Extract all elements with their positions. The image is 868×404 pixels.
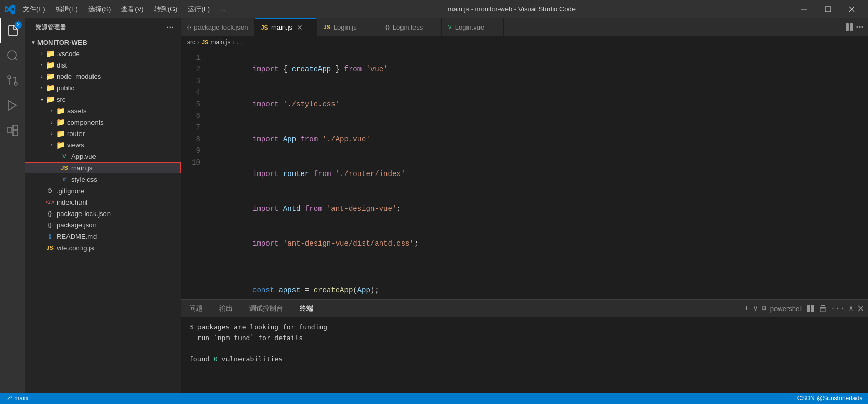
tree-item-gitignore[interactable]: › ⊙ .gitignore xyxy=(25,185,181,196)
tree-item-router[interactable]: › 📁 router xyxy=(25,128,181,139)
panel-tab-label: 调试控制台 xyxy=(249,304,283,313)
svg-rect-1 xyxy=(825,7,831,12)
svg-rect-11 xyxy=(13,125,18,130)
menu-view[interactable]: 查看(V) xyxy=(116,3,149,16)
tab-login-vue[interactable]: V Login.vue xyxy=(442,18,504,36)
js-file-icon: JS xyxy=(46,244,54,252)
tab-close-button[interactable]: ✕ xyxy=(296,23,304,32)
panel-tab-problems[interactable]: 问题 xyxy=(181,300,211,317)
terminal-content[interactable]: 3 packages are looking for funding run `… xyxy=(181,318,868,393)
terminal-line-3 xyxy=(189,344,860,355)
more-actions-icon[interactable] xyxy=(856,23,864,31)
tab-label: Login.less xyxy=(393,23,423,31)
tab-package-lock[interactable]: {} package-lock.json xyxy=(181,18,255,36)
tree-item-vscode[interactable]: › 📁 .vscode xyxy=(25,48,181,59)
editor-area: {} package-lock.json JS main.js ✕ JS Log… xyxy=(181,18,868,393)
tree-item-public[interactable]: › 📁 public xyxy=(25,82,181,93)
activity-explorer-icon[interactable]: 2 xyxy=(0,18,25,43)
code-line-7 xyxy=(207,261,868,273)
activity-search-icon[interactable] xyxy=(0,43,25,68)
tree-item-label: src xyxy=(57,96,65,103)
svg-rect-13 xyxy=(846,23,849,31)
code-editor[interactable]: 1 2 3 4 5 6 7 8 9 10 import { createApp … xyxy=(181,48,868,299)
git-branch-icon[interactable]: ⎇ main xyxy=(5,395,28,402)
svg-rect-12 xyxy=(13,131,18,136)
tree-item-main-js[interactable]: › JS main.js xyxy=(25,162,181,173)
tab-icon: {} xyxy=(187,24,191,30)
tree-item-label: package-lock.json xyxy=(57,210,111,218)
tree-item-app-vue[interactable]: › V App.vue xyxy=(25,151,181,162)
panel-add-icon[interactable]: + xyxy=(744,304,749,313)
menu-more[interactable]: ... xyxy=(215,3,231,15)
notification-badge: 2 xyxy=(15,21,22,29)
activity-extensions-icon[interactable] xyxy=(0,118,25,143)
tree-item-components[interactable]: › 📁 components xyxy=(25,116,181,128)
tree-item-readme[interactable]: › ℹ README.md xyxy=(25,231,181,242)
folder-icon: 📁 xyxy=(56,129,64,138)
spacer-icon: › xyxy=(52,175,60,183)
panel-tab-label: 问题 xyxy=(189,304,203,313)
spacer-icon: › xyxy=(37,186,46,195)
panel-tab-terminal[interactable]: 终端 xyxy=(291,300,322,317)
tab-login-js[interactable]: JS Login.js xyxy=(317,18,379,36)
window-restore-button[interactable] xyxy=(816,0,840,18)
code-line-2: import './style.css' xyxy=(207,87,868,122)
menu-edit[interactable]: 编辑(E) xyxy=(50,3,83,16)
tree-item-vite-config[interactable]: › JS vite.config.js xyxy=(25,242,181,253)
sidebar-more-icon[interactable]: ··· xyxy=(166,23,175,32)
tree-item-package-lock[interactable]: › {} package-lock.json xyxy=(25,208,181,219)
tab-login-less[interactable]: {} Login.less xyxy=(379,18,442,36)
panel-tab-label: 终端 xyxy=(300,304,313,313)
activity-source-control-icon[interactable] xyxy=(0,68,25,93)
panel-actions: + ∨ ⊡ powershell ··· ∧ xyxy=(740,300,868,317)
panel-up-icon[interactable]: ∧ xyxy=(849,304,853,314)
status-left: ⎇ main xyxy=(5,395,28,402)
tree-item-style-css[interactable]: › # style.css xyxy=(25,173,181,185)
panel-chevron-icon[interactable]: ∨ xyxy=(753,304,758,314)
split-editor-icon[interactable] xyxy=(845,23,853,31)
code-line-6: import 'ant-design-vue/dist/antd.css'; xyxy=(207,226,868,261)
tree-root-folder[interactable]: ▼ MONITOR-WEB xyxy=(25,36,181,48)
menu-file[interactable]: 文件(F) xyxy=(18,3,50,16)
tree-item-src[interactable]: ▾ 📁 src xyxy=(25,93,181,105)
tab-main-js[interactable]: JS main.js ✕ xyxy=(255,18,317,36)
code-lines[interactable]: import { createApp } from 'vue' import '… xyxy=(207,52,868,299)
breadcrumb-more[interactable]: ... xyxy=(236,38,242,46)
code-line-3: import App from './App.vue' xyxy=(207,122,868,156)
folder-expand-icon: ▼ xyxy=(29,38,37,46)
breadcrumb-src[interactable]: src xyxy=(187,38,195,46)
chevron-down-icon: ▾ xyxy=(37,95,46,103)
menu-goto[interactable]: 转到(G) xyxy=(149,3,183,16)
breadcrumb-js-icon: JS xyxy=(202,39,208,45)
delete-terminal-icon[interactable] xyxy=(819,305,826,312)
tree-item-dist[interactable]: › 📁 dist xyxy=(25,59,181,71)
panel-tab-output[interactable]: 输出 xyxy=(211,300,241,317)
sidebar: 资源管理器 ··· ▼ MONITOR-WEB › 📁 .vscode › 📁 … xyxy=(25,18,181,393)
svg-point-15 xyxy=(857,26,858,28)
panel-tab-debug[interactable]: 调试控制台 xyxy=(241,300,291,317)
tree-item-views[interactable]: › 📁 views xyxy=(25,139,181,151)
panel-terminal-icon[interactable]: ⊡ xyxy=(762,304,766,313)
tree-item-label: package.json xyxy=(57,221,97,229)
activity-run-icon[interactable] xyxy=(0,93,25,118)
panel-more-icon[interactable]: ··· xyxy=(831,304,845,313)
menu-run[interactable]: 运行(F) xyxy=(182,3,215,16)
menu-select[interactable]: 选择(S) xyxy=(83,3,116,16)
info-file-icon: ℹ xyxy=(46,232,54,240)
split-panel-icon[interactable] xyxy=(807,304,815,313)
tree-item-label: node_modules xyxy=(57,73,101,80)
activity-bar: 2 xyxy=(0,18,25,393)
tree-item-package-json[interactable]: › {} package.json xyxy=(25,219,181,231)
window-minimize-button[interactable] xyxy=(792,0,816,18)
panel-close-icon[interactable] xyxy=(858,305,864,312)
window-close-button[interactable] xyxy=(840,0,864,18)
tree-item-assets[interactable]: › 📁 assets xyxy=(25,105,181,116)
tree-item-node-modules[interactable]: › 📁 node_modules xyxy=(25,71,181,82)
chevron-right-icon: › xyxy=(48,129,56,138)
breadcrumb-filename[interactable]: main.js xyxy=(210,38,230,46)
tree-item-label: vite.config.js xyxy=(57,244,94,252)
chevron-right-icon: › xyxy=(37,49,46,58)
terminal-line-4: found 0 vulnerabilities xyxy=(189,354,860,365)
tree-item-index-html[interactable]: › </> index.html xyxy=(25,196,181,208)
spacer-icon: › xyxy=(37,198,46,206)
